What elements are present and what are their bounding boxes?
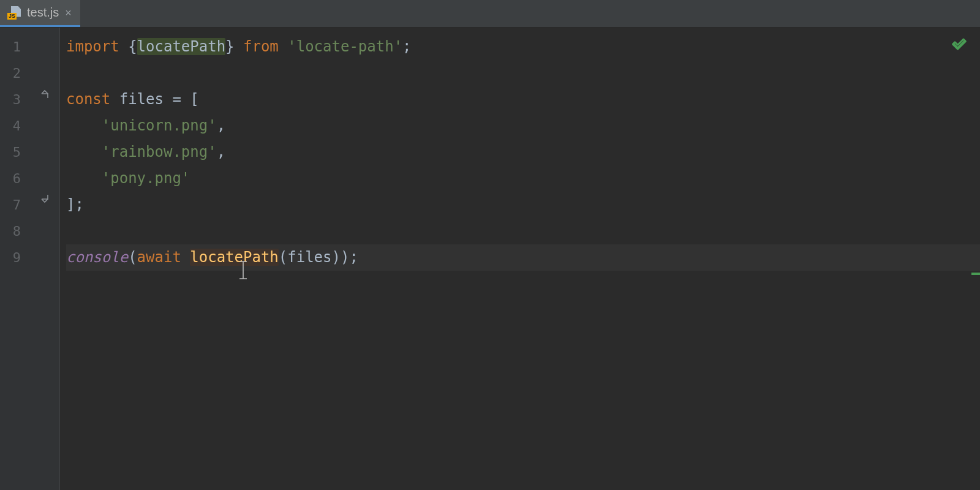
keyword-from: from [235, 38, 288, 55]
brace: { [119, 38, 137, 55]
semicolon: ; [402, 38, 411, 55]
identifier-locatePath: locatePath [137, 38, 226, 55]
keyword-import: import [66, 38, 119, 55]
identifier-console: console [66, 249, 128, 266]
call-locatePath: locatePath [190, 249, 279, 266]
editor: 1 2 3 4 5 6 7 8 9 import {locatePath} fr… [0, 28, 980, 490]
code-line[interactable]: 'pony.png' [66, 165, 980, 192]
equals-bracket: = [ [172, 91, 198, 108]
string-literal: 'unicorn.png' [102, 117, 217, 134]
close-tab-icon[interactable]: × [65, 7, 72, 18]
line-number[interactable]: 7 [0, 192, 36, 218]
code-line[interactable]: 'unicorn.png', [66, 113, 980, 139]
line-number-gutter[interactable]: 1 2 3 4 5 6 7 8 9 [0, 28, 36, 490]
line-number[interactable]: 3 [0, 86, 36, 113]
brace: } [225, 38, 234, 55]
indent [66, 170, 102, 187]
string-literal: 'pony.png' [102, 170, 190, 187]
line-number[interactable]: 8 [0, 218, 36, 244]
file-tab[interactable]: JS test.js × [0, 0, 80, 27]
code-line[interactable]: ]; [66, 192, 980, 218]
identifier-files: files [287, 249, 331, 266]
code-line[interactable]: 'rainbow.png', [66, 139, 980, 165]
comma: , [217, 143, 225, 160]
error-stripe-marker[interactable] [971, 273, 980, 275]
paren: ( [279, 249, 287, 266]
indent [66, 143, 102, 160]
fold-end-icon[interactable] [40, 194, 49, 203]
code-line-active[interactable]: console(await locatePath(files)); [66, 244, 980, 271]
string-literal: 'rainbow.png' [102, 143, 217, 160]
identifier-files: files [110, 91, 172, 108]
fold-start-icon[interactable] [40, 89, 49, 97]
indent [66, 117, 102, 134]
paren-semi: )); [332, 249, 358, 266]
keyword-const: const [66, 91, 110, 108]
keyword-await: await [137, 249, 190, 266]
line-number[interactable]: 1 [0, 34, 36, 60]
code-line[interactable]: import {locatePath} from 'locate-path'; [66, 34, 980, 60]
code-line[interactable]: const files = [ [66, 86, 980, 113]
line-number[interactable]: 2 [0, 60, 36, 86]
fold-gutter [36, 28, 60, 490]
line-number[interactable]: 5 [0, 139, 36, 165]
line-number[interactable]: 9 [0, 244, 36, 271]
paren: ( [128, 249, 137, 266]
comma: , [217, 117, 225, 134]
js-file-icon: JS [7, 6, 21, 20]
code-area[interactable]: import {locatePath} from 'locate-path'; … [60, 28, 980, 490]
tab-bar: JS test.js × [0, 0, 980, 28]
line-number[interactable]: 4 [0, 113, 36, 139]
bracket-close: ]; [66, 196, 84, 213]
code-line[interactable] [66, 60, 980, 86]
string-literal: 'locate-path' [287, 38, 402, 55]
code-line[interactable] [66, 218, 980, 244]
tab-filename: test.js [27, 6, 59, 20]
line-number[interactable]: 6 [0, 165, 36, 192]
